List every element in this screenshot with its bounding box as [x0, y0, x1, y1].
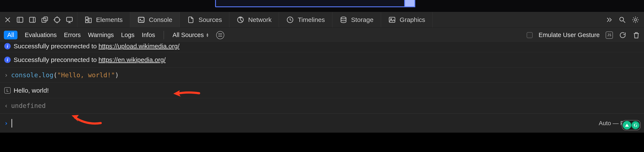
console-filter-bar: All Evaluations Errors Warnings Logs Inf…: [0, 28, 644, 42]
code-paren-close: ): [115, 71, 119, 79]
svg-rect-9: [138, 17, 144, 22]
storage-tab-icon: [340, 16, 347, 24]
settings-gear-icon[interactable]: [632, 16, 639, 24]
tab-elements[interactable]: Elements: [77, 12, 130, 28]
filter-infos[interactable]: Infos: [142, 32, 155, 38]
log-text: Successfully preconnected to https://upl…: [14, 42, 180, 50]
filter-settings-icon[interactable]: [216, 31, 224, 39]
code-object: console: [11, 71, 38, 79]
overflow-tabs-icon[interactable]: [605, 16, 613, 24]
svg-point-16: [634, 19, 637, 21]
page-content-area: [0, 0, 644, 12]
device-icon[interactable]: [66, 16, 73, 24]
prompt-chevron-icon: ›: [4, 120, 8, 127]
filter-errors[interactable]: Errors: [64, 32, 81, 38]
info-icon: i: [4, 57, 11, 63]
network-tab-icon: [236, 16, 244, 24]
close-icon[interactable]: [4, 16, 12, 24]
selection-handle: [404, 0, 415, 7]
log-prefix: Successfully preconnected to: [14, 56, 98, 63]
svg-rect-8: [89, 18, 91, 23]
log-row-info-clipped: i Successfully preconnected to https://u…: [0, 42, 644, 52]
reload-icon[interactable]: [619, 31, 626, 39]
timelines-tab-icon: [286, 16, 294, 24]
tab-storage[interactable]: Storage: [332, 12, 381, 28]
tab-sources[interactable]: Sources: [180, 12, 229, 28]
devtools-tab-bar: Elements Console Sources Network Timelin…: [0, 12, 644, 28]
log-link[interactable]: https://upload.wikimedia.org/: [98, 42, 180, 50]
log-link[interactable]: https://en.wikipedia.org/: [98, 56, 166, 63]
console-log-area: i Successfully preconnected to https://u…: [0, 42, 644, 133]
emulate-gesture-label: Emulate User Gesture: [538, 32, 600, 38]
dock-popout-icon[interactable]: [41, 16, 48, 24]
filter-evaluations[interactable]: Evaluations: [25, 32, 57, 38]
selected-element-highlight: [215, 0, 415, 7]
tab-label: Elements: [96, 16, 123, 24]
log-row-output: L Hello, world!: [0, 83, 644, 98]
tab-label: Timelines: [298, 16, 325, 24]
log-output-text: Hello, world!: [14, 87, 49, 94]
log-prefix: Successfully preconnected to: [14, 42, 98, 50]
input-chevron-icon: ›: [4, 71, 8, 79]
tab-label: Sources: [198, 16, 222, 24]
search-icon[interactable]: [618, 16, 626, 24]
graphics-tab-icon: [388, 16, 396, 24]
tab-label: Network: [248, 16, 272, 24]
snippet-icon[interactable]: JS: [606, 32, 613, 39]
svg-rect-1: [30, 17, 35, 22]
grammarly-widget-icon[interactable]: G: [631, 121, 640, 130]
dock-right-icon[interactable]: [28, 16, 36, 24]
tab-graphics[interactable]: Graphics: [381, 12, 433, 28]
tab-network[interactable]: Network: [229, 12, 279, 28]
svg-point-4: [54, 17, 60, 22]
tab-label: Graphics: [400, 16, 425, 24]
sources-selector[interactable]: All Sources ▲▼: [172, 32, 209, 38]
text-cursor: [12, 119, 12, 128]
dock-left-icon[interactable]: [16, 16, 24, 24]
tab-bar-left-controls: [0, 12, 77, 28]
extension-widget-1[interactable]: [623, 121, 631, 130]
chevron-updown-icon: ▲▼: [206, 33, 209, 37]
console-input-row[interactable]: › Auto — Page ▲▼: [0, 114, 644, 133]
log-text: Successfully preconnected to https://en.…: [14, 56, 166, 64]
log-row-input: › console.log("Hello, world!"): [0, 68, 644, 83]
info-icon: i: [4, 43, 11, 50]
code-string: "Hello, world!": [57, 71, 115, 79]
code-paren-open: (: [54, 71, 57, 79]
elements-tab-icon: [84, 16, 92, 24]
log-row-info: i Successfully preconnected to https://e…: [0, 52, 644, 68]
svg-rect-5: [67, 17, 72, 22]
extension-widgets: G: [622, 120, 640, 130]
sources-selector-label: All Sources: [172, 32, 204, 38]
return-value: undefined: [11, 102, 46, 110]
inspect-target-icon[interactable]: [53, 16, 61, 24]
svg-point-15: [620, 17, 624, 21]
log-row-return: ‹ undefined: [0, 98, 644, 114]
input-code: console.log("Hello, world!"): [11, 71, 119, 79]
log-badge-icon: L: [4, 87, 11, 94]
tab-console[interactable]: Console: [130, 12, 180, 28]
tab-bar-right-controls: [600, 12, 644, 28]
filter-logs[interactable]: Logs: [121, 32, 134, 38]
separator: [164, 31, 164, 40]
tab-timelines[interactable]: Timelines: [279, 12, 332, 28]
svg-rect-0: [17, 17, 23, 22]
filter-warnings[interactable]: Warnings: [88, 32, 114, 38]
tab-label: Storage: [351, 16, 374, 24]
code-method: log: [42, 71, 54, 79]
console-tab-icon: [137, 16, 145, 24]
tab-label: Console: [149, 16, 172, 24]
svg-rect-7: [86, 20, 88, 23]
svg-rect-6: [86, 17, 88, 20]
return-chevron-icon: ‹: [4, 102, 8, 110]
filter-all-pill[interactable]: All: [4, 31, 18, 40]
svg-point-12: [341, 17, 346, 19]
emulate-gesture-checkbox[interactable]: [527, 32, 532, 38]
sources-tab-icon: [187, 16, 195, 24]
clear-console-icon[interactable]: [632, 31, 640, 39]
